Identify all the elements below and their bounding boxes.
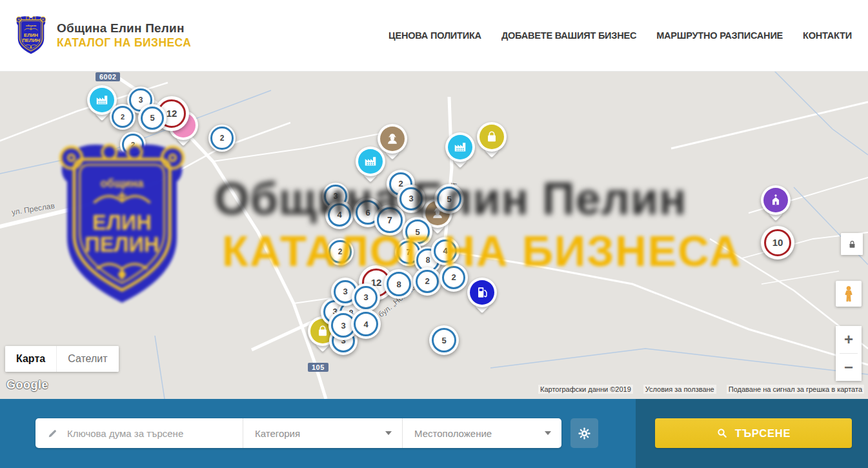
municipality-shield-icon bbox=[14, 15, 48, 56]
pencil-icon bbox=[47, 428, 58, 439]
cluster-count: 5 bbox=[141, 107, 165, 130]
lock-button[interactable] bbox=[841, 233, 863, 255]
cluster-marker[interactable]: 4 bbox=[351, 309, 381, 339]
pegman-control[interactable] bbox=[836, 281, 862, 307]
header: Община Елин Пелин КАТАЛОГ НА БИЗНЕСА ЦЕН… bbox=[0, 0, 868, 72]
church-icon bbox=[769, 193, 783, 207]
cluster-count: 2 bbox=[210, 127, 233, 149]
nav-contacts[interactable]: КОНТАКТИ bbox=[803, 30, 852, 41]
cluster-count: 3 bbox=[399, 187, 423, 211]
category-select-value: Категория bbox=[255, 428, 300, 439]
cluster-marker[interactable]: 5 bbox=[429, 325, 459, 355]
cluster-marker[interactable]: 5 bbox=[434, 184, 464, 214]
road-label: 105 bbox=[308, 363, 328, 372]
cluster-count: 2 bbox=[416, 270, 439, 294]
worker-icon bbox=[385, 132, 399, 146]
cluster-marker[interactable]: 8 bbox=[384, 269, 414, 299]
site-subtitle: КАТАЛОГ НА БИЗНЕСА bbox=[57, 36, 191, 50]
google-logo[interactable]: Google bbox=[6, 378, 48, 392]
zoom-control: + − bbox=[836, 326, 862, 381]
cluster-count: 4 bbox=[328, 203, 352, 227]
cluster-count: 2 bbox=[112, 106, 134, 128]
search-button[interactable]: ТЪРСЕНЕ bbox=[655, 418, 852, 448]
factory-icon bbox=[363, 154, 378, 168]
cluster-marker[interactable]: 3 bbox=[397, 185, 425, 213]
attribution-copyright: Картографски данни ©2019 bbox=[538, 385, 633, 394]
map-pin-factory[interactable] bbox=[356, 147, 385, 176]
cluster-count: 2 bbox=[442, 266, 466, 290]
zoom-in-button[interactable]: + bbox=[836, 326, 862, 353]
nav-route-schedule[interactable]: МАРШРУТНО РАЗПИСАНИЕ bbox=[656, 30, 783, 41]
cluster-count: 2 bbox=[328, 240, 351, 263]
search-button-label: ТЪРСЕНЕ bbox=[735, 427, 791, 440]
map-type-satellite-button[interactable]: Сателит bbox=[56, 346, 118, 372]
map-pin-factory[interactable] bbox=[445, 132, 475, 162]
terms-of-use-link[interactable]: Условия за ползване bbox=[643, 385, 716, 394]
gear-icon bbox=[578, 427, 591, 440]
cluster-count: 3 bbox=[354, 286, 378, 310]
bag-icon bbox=[316, 324, 330, 338]
map-type-map-button[interactable]: Карта bbox=[5, 346, 56, 372]
lock-icon bbox=[847, 239, 858, 250]
keyword-field[interactable] bbox=[35, 418, 243, 448]
site-title: Община Елин Пелин bbox=[57, 21, 191, 36]
main-nav: ЦЕНОВА ПОЛИТИКА ДОБАВЕТЕ ВАШИЯТ БИЗНЕС М… bbox=[389, 30, 852, 41]
cluster-count: 7 bbox=[377, 207, 403, 233]
cluster-marker[interactable]: 7 bbox=[374, 205, 405, 236]
cluster-count: 10 bbox=[764, 229, 791, 256]
nav-add-your-business[interactable]: ДОБАВЕТЕ ВАШИЯТ БИЗНЕС bbox=[501, 30, 636, 41]
cluster-marker[interactable]: 5 bbox=[138, 104, 167, 132]
cluster-count: 4 bbox=[434, 239, 458, 263]
cluster-count: 4 bbox=[354, 312, 378, 336]
cluster-marker[interactable]: 2 bbox=[120, 132, 146, 158]
road-label: 6002 bbox=[96, 72, 120, 81]
search-bar: Категория Местоположение ТЪРСЕНЕ bbox=[0, 399, 868, 468]
report-map-error-link[interactable]: Подаване на сигнал за грешка в картата bbox=[727, 385, 864, 394]
cluster-marker[interactable]: 4 bbox=[325, 201, 354, 229]
cluster-marker[interactable]: 2 bbox=[439, 263, 468, 292]
cluster-count: 8 bbox=[387, 272, 411, 296]
cluster-marker[interactable]: 3 bbox=[352, 283, 380, 312]
map-attribution: Картографски данни ©2019 Условия за полз… bbox=[538, 385, 864, 394]
nav-pricing-policy[interactable]: ЦЕНОВА ПОЛИТИКА bbox=[389, 30, 481, 41]
location-select[interactable]: Местоположение bbox=[403, 418, 561, 448]
pegman-icon bbox=[841, 285, 856, 302]
cluster-marker[interactable]: 2 bbox=[110, 104, 136, 130]
site-logo[interactable]: Община Елин Пелин КАТАЛОГ НА БИЗНЕСА bbox=[14, 15, 191, 56]
cluster-count: 2 bbox=[122, 134, 144, 156]
cluster-marker[interactable]: 2 bbox=[208, 125, 236, 152]
map-pin-bag[interactable] bbox=[477, 122, 507, 152]
cluster-marker[interactable]: 10 bbox=[761, 226, 794, 259]
location-select-value: Местоположение bbox=[414, 428, 492, 439]
cluster-marker[interactable]: 4 bbox=[431, 237, 459, 265]
keyword-input[interactable] bbox=[66, 427, 243, 440]
search-icon bbox=[716, 427, 728, 439]
map-type-control: Карта Сателит bbox=[5, 346, 119, 372]
zoom-out-button[interactable]: − bbox=[836, 354, 862, 381]
search-fields-group: Категория Местоположение bbox=[35, 418, 561, 448]
map-canvas[interactable]: 1232522235346752784128223833334510600210… bbox=[0, 71, 868, 399]
chevron-down-icon bbox=[385, 431, 392, 435]
bag-icon bbox=[485, 130, 499, 144]
factory-icon bbox=[95, 93, 109, 107]
chevron-down-icon bbox=[545, 431, 551, 435]
category-select[interactable]: Категория bbox=[243, 418, 402, 448]
fuel-icon bbox=[475, 285, 489, 300]
factory-icon bbox=[453, 140, 467, 154]
cluster-marker[interactable]: 2 bbox=[327, 238, 354, 265]
cluster-count: 5 bbox=[432, 328, 456, 352]
map-pin-fuel[interactable] bbox=[467, 278, 497, 307]
cluster-count: 5 bbox=[437, 187, 461, 211]
cluster-marker[interactable]: 2 bbox=[413, 267, 441, 296]
advanced-search-button[interactable] bbox=[570, 418, 598, 448]
map-pin-church[interactable] bbox=[761, 185, 791, 215]
